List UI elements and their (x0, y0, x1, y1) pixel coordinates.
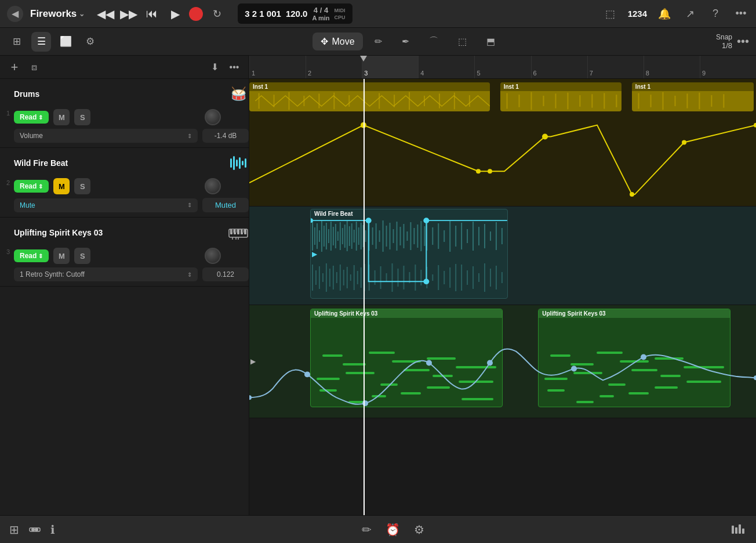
grid-view-button[interactable]: ⊞ (7, 32, 27, 52)
param-value-keys: 0.122 (202, 267, 249, 281)
loop-browser-icon[interactable]: ⊞ (9, 523, 19, 537)
mute-button-keys[interactable]: M (53, 248, 70, 264)
read-button-drums[interactable]: Read ⇕ (14, 111, 49, 124)
mute-button-drums[interactable]: M (53, 109, 70, 125)
svg-rect-134 (397, 269, 398, 287)
volume-knob-keys[interactable] (205, 248, 221, 264)
more-icon[interactable]: ••• (733, 6, 749, 22)
svg-rect-58 (312, 222, 313, 251)
share-icon[interactable]: ↗ (682, 6, 698, 22)
project-title[interactable]: Fireworks ⌄ (30, 8, 85, 20)
back-button[interactable]: ◀ (7, 6, 23, 22)
solo-button-drums[interactable]: S (74, 109, 90, 125)
move-tool-button[interactable]: ✥ Move (312, 32, 362, 50)
svg-rect-135 (403, 266, 404, 289)
track-controls-drums: Read ⇕ M S (14, 109, 249, 125)
track-list-icon[interactable]: ⧈ (27, 60, 42, 75)
stamp-tool-button[interactable]: ⬒ (478, 32, 503, 50)
svg-rect-178 (631, 369, 657, 371)
mixer-icon[interactable]: ⚙ (414, 523, 424, 537)
param-selector-drums[interactable]: Volume ⇕ (14, 129, 198, 143)
clock-icon[interactable]: ⏰ (386, 523, 400, 537)
track-item-keys: 3 Uplifting Spirit Keys 03 (0, 218, 249, 287)
svg-rect-29 (424, 96, 425, 106)
svg-rect-23 (333, 93, 335, 110)
pencil-tool-button[interactable]: ✏ (366, 32, 390, 50)
solo-button-wildfire[interactable]: S (74, 178, 90, 194)
record-button[interactable] (189, 7, 203, 21)
fast-forward-button[interactable]: ▶▶ (119, 5, 138, 23)
track-item-drums: 1 Drums 🥁 Read ⇕ M S (0, 79, 249, 148)
track-icon-keys (228, 222, 249, 243)
svg-rect-76 (354, 230, 355, 242)
clip-label-drums-1: Inst 1 (249, 82, 490, 91)
svg-rect-45 (662, 92, 663, 110)
svg-rect-166 (392, 360, 421, 363)
smart-controls-icon[interactable] (28, 523, 41, 537)
lcd-icon[interactable]: ⬚ (602, 6, 619, 22)
svg-rect-75 (351, 223, 352, 249)
clip-keys-2[interactable]: Uplifting Spirit Keys 03 (538, 309, 730, 407)
clip-drums-1[interactable]: Inst 1 (249, 82, 490, 111)
svg-rect-62 (321, 220, 322, 252)
track-content-wildfire: Wild Fire Beat (14, 153, 249, 212)
svg-rect-111 (496, 222, 497, 250)
editors-icon[interactable]: ℹ (50, 523, 55, 537)
svg-rect-147 (472, 266, 474, 289)
rewind-button[interactable]: ◀◀ (96, 5, 115, 23)
toolbar-center: ✥ Move ✏ ✒ ⌒ ⬚ ⬒ (104, 32, 711, 51)
clip-label-keys-2: Uplifting Spirit Keys 03 (539, 309, 730, 318)
mute-button-wildfire[interactable]: M (53, 178, 70, 194)
volume-knob-wildfire[interactable] (205, 178, 221, 194)
param-selector-keys[interactable]: 1 Retro Synth: Cutoff ⇕ (14, 267, 198, 281)
lane-keys[interactable]: ▶ Uplifting Spirit Keys 03 (249, 305, 756, 418)
pencil-bottom-icon[interactable]: ✏ (362, 523, 372, 537)
brush-icon: ✒ (402, 36, 409, 47)
read-button-keys[interactable]: Read ⇕ (14, 249, 49, 262)
svg-rect-74 (349, 226, 350, 246)
list-view-button[interactable]: ☰ (31, 32, 51, 52)
clip-drums-2[interactable]: Inst 1 (500, 82, 622, 111)
volume-knob-drums[interactable] (205, 109, 221, 125)
svg-rect-88 (389, 223, 390, 249)
clip-keys-1[interactable]: Uplifting Spirit Keys 03 (310, 309, 503, 407)
window-button[interactable]: ⬜ (56, 32, 75, 52)
marquee-tool-button[interactable]: ⬚ (450, 32, 475, 50)
more-tracks-icon[interactable]: ••• (227, 60, 242, 75)
brush-tool-button[interactable]: ✒ (394, 32, 417, 50)
skip-back-button[interactable]: ⏮ (143, 5, 161, 23)
curve-tool-button[interactable]: ⌒ (421, 32, 446, 51)
param-selector-wildfire[interactable]: Mute ⇕ (14, 198, 198, 212)
clip-start-indicator: ▶ (312, 250, 317, 258)
ruler-mark-1: 1 (249, 56, 306, 78)
svg-rect-117 (326, 263, 327, 292)
add-track-button[interactable]: + (7, 60, 22, 75)
svg-rect-22 (318, 93, 319, 108)
svg-rect-47 (686, 93, 688, 108)
lane-drums[interactable]: Inst 1 (249, 79, 756, 207)
track-row-top-wildfire: Wild Fire Beat (14, 153, 249, 173)
timeline-area[interactable]: 1 2 3 4 5 6 7 8 9 (249, 56, 756, 515)
track-list: + ⧈ ⬇ ••• 1 Drums 🥁 Read ⇕ M (0, 56, 249, 515)
solo-button-keys[interactable]: S (74, 248, 90, 264)
read-button-wildfire[interactable]: Read ⇕ (14, 180, 49, 193)
svg-rect-101 (438, 223, 439, 249)
help-icon[interactable]: ? (707, 6, 724, 22)
metronome-icon[interactable]: 🔔 (656, 6, 673, 22)
level-meter-icon[interactable] (730, 523, 747, 536)
clip-wildfire[interactable]: Wild Fire Beat (310, 209, 508, 299)
cycle-button[interactable]: ↻ (208, 5, 226, 23)
clip-drums-3[interactable]: Inst 1 (632, 82, 754, 111)
position-display: 3 2 1 001 120.0 4 / 4 A min MIDI CPU (238, 3, 352, 24)
svg-rect-72 (344, 225, 346, 248)
more-button[interactable]: ••• (737, 35, 749, 48)
svg-rect-65 (328, 229, 329, 243)
settings-button[interactable]: ⚙ (80, 32, 100, 52)
svg-rect-3 (239, 157, 241, 169)
svg-rect-42 (616, 95, 617, 107)
lane-wildfire[interactable]: Wild Fire Beat (249, 207, 756, 305)
download-icon[interactable]: ⬇ (207, 60, 222, 75)
play-button[interactable]: ▶ (166, 5, 184, 23)
svg-rect-99 (426, 222, 427, 251)
svg-rect-50 (723, 94, 724, 107)
